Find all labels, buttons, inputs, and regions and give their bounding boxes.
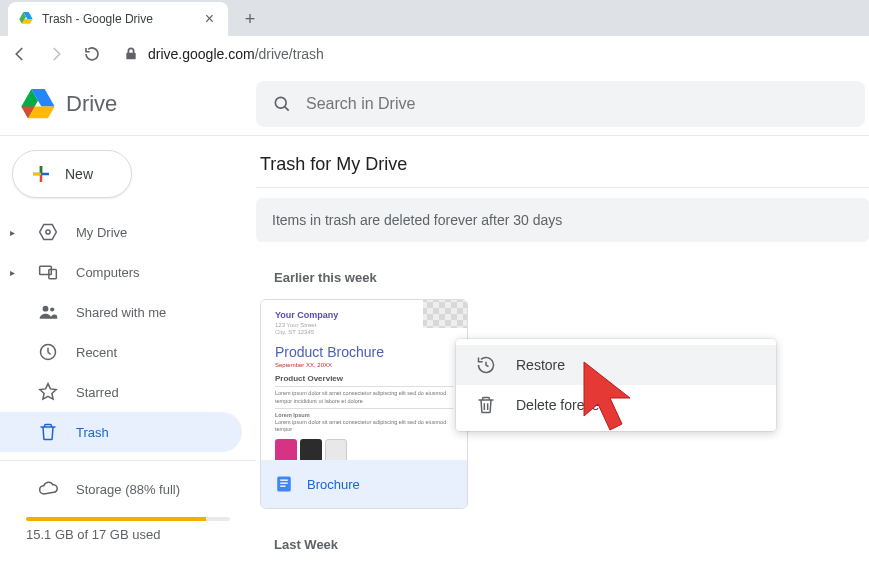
browser-chrome: Trash - Google Drive × + drive.google.co… [0, 0, 869, 72]
search-input[interactable] [306, 95, 849, 113]
recent-icon [38, 342, 58, 362]
shared-icon [38, 302, 58, 322]
svg-point-1 [46, 230, 50, 234]
svg-rect-7 [277, 477, 291, 492]
new-button-label: New [65, 166, 93, 182]
sidebar-item-label: My Drive [76, 225, 127, 240]
section-label-earlier: Earlier this week [274, 270, 869, 285]
new-button[interactable]: New [12, 150, 132, 198]
chevron-right-icon[interactable]: ▸ [10, 227, 18, 238]
storage-used-text: 15.1 GB of 17 GB used [26, 527, 256, 542]
divider [0, 460, 256, 461]
tab-strip: Trash - Google Drive × + [0, 0, 869, 36]
svg-point-5 [50, 307, 54, 311]
sidebar-item-label: Starred [76, 385, 119, 400]
lock-icon [124, 47, 138, 61]
star-icon [38, 382, 58, 402]
plus-icon [29, 162, 53, 186]
sidebar-item-storage[interactable]: Storage (88% full) [0, 469, 242, 509]
sidebar: New ▸ My Drive ▸ Computers Shared with m… [0, 136, 256, 563]
url-path: /drive/trash [255, 46, 324, 62]
sidebar-item-computers[interactable]: ▸ Computers [0, 252, 242, 292]
divider [256, 187, 869, 188]
storage-label: Storage (88% full) [76, 482, 180, 497]
browser-tab[interactable]: Trash - Google Drive × [8, 2, 228, 36]
search-box[interactable] [256, 81, 865, 127]
sidebar-item-shared[interactable]: Shared with me [0, 292, 242, 332]
reload-button[interactable] [80, 42, 104, 66]
drive-logo-area[interactable]: Drive [0, 84, 256, 124]
sidebar-item-starred[interactable]: Starred [0, 372, 242, 412]
my-drive-icon [38, 222, 58, 242]
computers-icon [38, 262, 58, 282]
url-box[interactable]: drive.google.com/drive/trash [116, 46, 861, 62]
new-tab-button[interactable]: + [236, 5, 264, 33]
trash-icon [38, 422, 58, 442]
delete-icon [476, 395, 496, 415]
info-banner: Items in trash are deleted forever after… [256, 198, 869, 242]
svg-point-0 [275, 97, 286, 108]
svg-rect-9 [280, 483, 288, 484]
tab-close-icon[interactable]: × [201, 10, 218, 28]
forward-button[interactable] [44, 42, 68, 66]
search-icon [272, 94, 292, 114]
drive-header: Drive [0, 72, 869, 136]
drive-logo-icon [18, 84, 58, 124]
sidebar-item-trash[interactable]: Trash [0, 412, 242, 452]
cloud-icon [38, 479, 58, 499]
svg-rect-8 [280, 480, 288, 481]
file-footer: Brochure [261, 460, 467, 508]
docs-icon [275, 475, 293, 493]
tab-title: Trash - Google Drive [42, 12, 153, 26]
svg-rect-10 [280, 486, 285, 487]
chevron-right-icon[interactable]: ▸ [10, 267, 18, 278]
sidebar-item-label: Shared with me [76, 305, 166, 320]
back-button[interactable] [8, 42, 32, 66]
menu-item-restore[interactable]: Restore [456, 345, 776, 385]
restore-icon [476, 355, 496, 375]
storage-bar [26, 517, 230, 521]
file-card-brochure[interactable]: Your Company 123 Your StreetCity, ST 123… [260, 299, 468, 509]
svg-point-4 [43, 306, 49, 312]
address-bar: drive.google.com/drive/trash [0, 36, 869, 72]
context-menu: Restore Delete forever [456, 339, 776, 431]
menu-item-delete-forever[interactable]: Delete forever [456, 385, 776, 425]
sidebar-item-label: Recent [76, 345, 117, 360]
storage-fill [26, 517, 206, 521]
app-name: Drive [66, 91, 117, 117]
sidebar-item-label: Computers [76, 265, 140, 280]
menu-item-label: Delete forever [516, 397, 604, 413]
drive-favicon [18, 11, 34, 27]
file-name: Brochure [307, 477, 360, 492]
file-thumbnail: Your Company 123 Your StreetCity, ST 123… [261, 300, 467, 460]
url-host: drive.google.com [148, 46, 255, 62]
section-label-lastweek: Last Week [274, 537, 869, 552]
sidebar-item-my-drive[interactable]: ▸ My Drive [0, 212, 242, 252]
menu-item-label: Restore [516, 357, 565, 373]
checker-corner [423, 300, 467, 328]
sidebar-item-label: Trash [76, 425, 109, 440]
page-title: Trash for My Drive [256, 150, 869, 187]
sidebar-item-recent[interactable]: Recent [0, 332, 242, 372]
